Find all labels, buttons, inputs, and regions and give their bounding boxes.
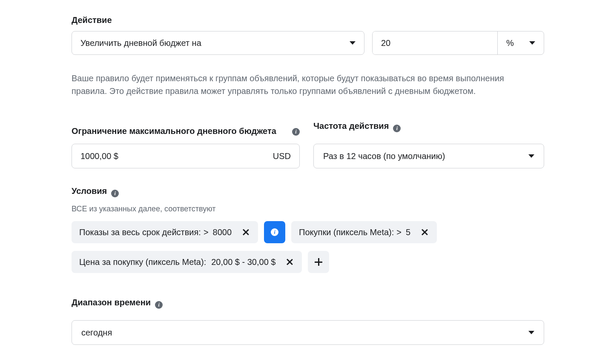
chevron-down-icon (529, 41, 535, 45)
action-select-value: Увеличить дневной бюджет на (80, 38, 201, 48)
action-unit-select[interactable]: % (497, 31, 544, 54)
info-icon[interactable]: i (393, 125, 401, 132)
action-description: Ваше правило будет применяться к группам… (72, 72, 519, 97)
time-range-select[interactable]: сегодня (72, 320, 544, 345)
time-range-label: Диапазон времени (72, 298, 151, 307)
condition-chip[interactable]: Показы за весь срок действия: > 8000 (72, 221, 258, 243)
condition-operator: > (204, 228, 213, 237)
conditions-subtext: ВСЕ из указанных далее, соответствуют (72, 205, 544, 213)
action-amount-group: % (372, 31, 544, 55)
time-range-value: сегодня (81, 328, 112, 338)
close-icon (421, 228, 428, 236)
info-icon[interactable]: i (292, 128, 300, 136)
remove-condition-button[interactable] (280, 252, 299, 272)
remove-condition-button[interactable] (415, 222, 434, 242)
info-icon: i (271, 228, 278, 236)
budget-cap-label: Ограничение максимального дневного бюдже… (72, 125, 276, 137)
condition-value: 20,00 $ - 30,00 $ (209, 257, 280, 267)
action-amount-input[interactable] (373, 31, 497, 54)
condition-info-button[interactable]: i (264, 221, 285, 243)
chevron-down-icon (528, 154, 534, 158)
conditions-label: Условия (72, 186, 107, 196)
budget-cap-input-wrap: USD (72, 144, 300, 168)
add-condition-button[interactable] (308, 251, 329, 273)
condition-chip[interactable]: Цена за покупку (пиксель Meta): 20,00 $ … (72, 251, 302, 273)
action-unit-value: % (506, 38, 514, 48)
currency-label: USD (264, 151, 299, 161)
action-label: Действие (72, 15, 544, 25)
close-icon (242, 228, 250, 236)
condition-label: Покупки (пиксель Meta): (299, 228, 396, 237)
condition-operator: > (396, 228, 406, 237)
frequency-label: Частота действия (313, 121, 389, 131)
frequency-select[interactable]: Раз в 12 часов (по умолчанию) (313, 144, 544, 168)
remove-condition-button[interactable] (236, 222, 255, 242)
condition-value: 8000 (213, 228, 236, 237)
condition-label: Цена за покупку (пиксель Meta): (79, 257, 209, 267)
condition-label: Показы за весь срок действия: (79, 228, 204, 237)
close-icon (286, 258, 293, 266)
chevron-down-icon (528, 331, 534, 334)
action-select[interactable]: Увеличить дневной бюджет на (72, 31, 364, 55)
info-icon[interactable]: i (111, 190, 119, 197)
info-icon[interactable]: i (155, 301, 163, 309)
budget-cap-input[interactable] (72, 151, 264, 161)
condition-value: 5 (406, 228, 415, 237)
plus-icon (315, 258, 322, 266)
chevron-down-icon (350, 41, 356, 45)
condition-chip[interactable]: Покупки (пиксель Meta): > 5 (291, 221, 437, 243)
frequency-select-value: Раз в 12 часов (по умолчанию) (323, 151, 445, 161)
